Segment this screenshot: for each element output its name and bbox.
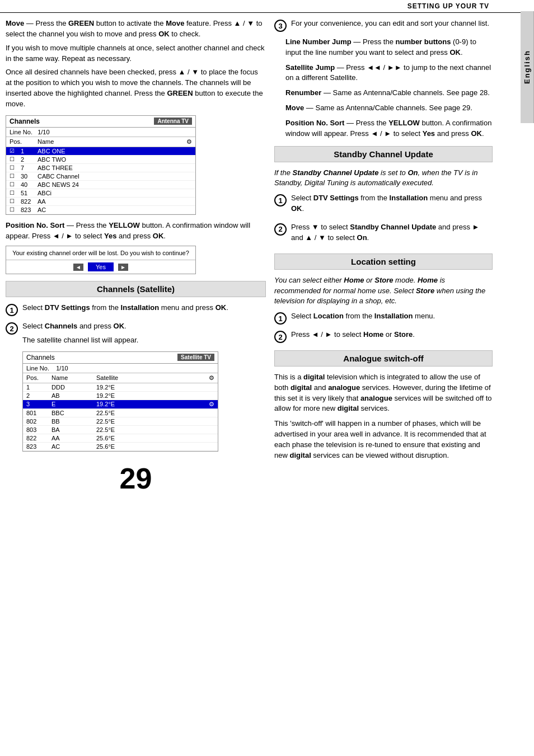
- antenna-table-header: Channels Antenna TV: [6, 116, 195, 128]
- sat-step2-note: The satellite channel list will appear.: [22, 335, 266, 346]
- page-number: 29: [6, 462, 266, 495]
- sat-table-title: Channels: [26, 354, 55, 361]
- feature-line-number-jump: Line Number Jump — Press the number butt…: [285, 37, 493, 58]
- antenna-row-8: ☐ 823 AC: [6, 206, 195, 214]
- antenna-row-2: ☐ 2 ABC TWO: [6, 156, 195, 164]
- sat-lineno-value: 1/10: [56, 365, 68, 372]
- location-step1-row: 1 Select Location from the Installation …: [274, 311, 493, 325]
- standby-step2-row: 2 Press ▼ to select Standby Channel Upda…: [274, 222, 493, 247]
- standby-step2-circle: 2: [274, 223, 287, 236]
- sat-step1-content: Select DTV Settings from the Installatio…: [22, 303, 266, 317]
- standby-channel-update-note: If the Standby Channel Update is set to …: [274, 168, 493, 189]
- dialog-left-arrow[interactable]: ◄: [73, 264, 83, 271]
- antenna-row-1: ☑ 1 ABC ONE: [6, 147, 195, 156]
- antenna-tv-indicator: Antenna TV: [154, 118, 192, 125]
- feature-satellite-jump: Satellite Jump — Press ◄◄ / ►► to jump t…: [285, 63, 493, 84]
- feature-renumber: Renumber — Same as Antenna/Cable channel…: [285, 88, 493, 98]
- left-column: Move — Press the GREEN button to activat…: [6, 18, 274, 495]
- move-para3: Once all desired channels have been chec…: [6, 67, 266, 109]
- sat-row-6: 803 BA 22.5°E: [23, 426, 218, 434]
- sat-subheader: Line No. 1/10: [23, 364, 218, 373]
- sat-table-header: Channels Satellite TV: [23, 352, 218, 364]
- right-step3-text: For your convenience, you can edit and s…: [291, 18, 493, 29]
- dialog-yes-button[interactable]: Yes: [88, 262, 114, 271]
- location-step2-circle: 2: [274, 331, 287, 343]
- antenna-channel-table: Channels Antenna TV Line No. 1/10 Pos. N…: [6, 115, 196, 215]
- sat-lineno-label: Line No.: [26, 365, 54, 372]
- sat-step2-content: Select Channels and press OK. The satell…: [22, 321, 266, 457]
- top-bar-title: SETTING UP YOUR TV: [407, 2, 489, 10]
- location-step2-text: Press ◄ / ► to select Home or Store.: [291, 330, 493, 340]
- standby-step1-content: Select DTV Settings from the Installatio…: [291, 193, 493, 218]
- right-step3-content: For your convenience, you can edit and s…: [291, 18, 493, 32]
- sat-row-4: 801 BBC 22.5°E: [23, 409, 218, 417]
- right-column: 3 For your convenience, you can edit and…: [274, 18, 521, 495]
- feature-move: Move — Same as Antenna/Cable channels. S…: [285, 103, 493, 114]
- location-step2-content: Press ◄ / ► to select Home or Store.: [291, 330, 493, 344]
- antenna-subheader: Line No. 1/10: [6, 128, 195, 137]
- move-para1: Move — Press the GREEN button to activat…: [6, 18, 266, 40]
- standby-step2-text: Press ▼ to select Standby Channel Update…: [291, 222, 493, 243]
- standby-step1-text: Select DTV Settings from the Installatio…: [291, 193, 493, 214]
- standby-channel-update-header: Standby Channel Update: [274, 146, 493, 162]
- name-header: Name: [38, 138, 175, 145]
- sat-row-2: 2 AB 19.2°E: [23, 392, 218, 400]
- sat-row-3: 3 E 19.2°E ⚙: [23, 400, 218, 409]
- move-para2: If you wish to move multiple channels at…: [6, 43, 266, 64]
- sat-row-7: 822 AA 25.6°E: [23, 434, 218, 443]
- sat-icon-header: ⚙: [198, 374, 214, 382]
- antenna-row-3: ☐ 7 ABC THREE: [6, 164, 195, 172]
- sat-step2-row: 2 Select Channels and press OK. The sate…: [6, 321, 266, 457]
- right-step3-row: 3 For your convenience, you can edit and…: [274, 18, 493, 32]
- dialog-text: Your existing channel order will be lost…: [6, 246, 195, 260]
- page-content: Move — Press the GREEN button to activat…: [0, 13, 534, 501]
- dialog-right-arrow[interactable]: ►: [118, 264, 128, 271]
- location-setting-header: Location setting: [274, 253, 493, 270]
- antenna-row-6: ☐ 51 ABCi: [6, 189, 195, 198]
- antenna-row-5: ☐ 40 ABC NEWS 24: [6, 181, 195, 189]
- sat-step1-row: 1 Select DTV Settings from the Installat…: [6, 303, 266, 317]
- location-step2-row: 2 Press ◄ / ► to select Home or Store.: [274, 330, 493, 344]
- lineno-label: Line No.: [10, 129, 38, 135]
- analogue-switchoff-header: Analogue switch-off: [274, 350, 493, 367]
- channels-satellite-section-header: Channels (Satellite): [6, 281, 266, 297]
- icon-header: ⚙: [175, 138, 192, 145]
- confirm-dialog: Your existing channel order will be lost…: [6, 246, 196, 274]
- sat-row-1: 1 DDD 19.2°E: [23, 383, 218, 392]
- sat-step1-text: Select DTV Settings from the Installatio…: [22, 303, 266, 313]
- location-setting-note: You can select either Home or Store mode…: [274, 275, 493, 307]
- analogue-switchoff-p2: This 'switch-off' will happen in a numbe…: [274, 419, 493, 461]
- sat-step1-circle: 1: [6, 304, 18, 316]
- sat-tv-indicator: Satellite TV: [177, 354, 214, 361]
- position-sort-text: Position No. Sort — Press the YELLOW but…: [6, 220, 266, 242]
- sat-row-8: 823 AC 25.6°E: [23, 443, 218, 451]
- lineno-value: 1/10: [38, 129, 49, 135]
- sat-col-headers: Pos. Name Satellite ⚙: [23, 373, 218, 383]
- dialog-buttons: ◄ Yes ►: [6, 260, 195, 274]
- sat-sat-header: Satellite: [96, 374, 198, 382]
- antenna-table-title: Channels: [10, 118, 40, 125]
- satellite-channel-table: Channels Satellite TV Line No. 1/10 Pos.…: [22, 351, 218, 452]
- location-step1-content: Select Location from the Installation me…: [291, 311, 493, 325]
- sat-name-header: Name: [51, 374, 96, 382]
- location-step1-text: Select Location from the Installation me…: [291, 311, 493, 322]
- sat-step2-text: Select Channels and press OK.: [22, 321, 266, 332]
- pos-header: Pos.: [10, 138, 38, 145]
- antenna-row-7: ☐ 822 AA: [6, 198, 195, 206]
- sat-step2-circle: 2: [6, 322, 18, 335]
- sat-row-5: 802 BB 22.5°E: [23, 417, 218, 426]
- location-step1-circle: 1: [274, 312, 287, 325]
- standby-step2-content: Press ▼ to select Standby Channel Update…: [291, 222, 493, 247]
- feature-position-sort: Position No. Sort — Press the YELLOW but…: [285, 118, 493, 139]
- sat-pos-header: Pos.: [26, 374, 51, 382]
- right-step3-circle: 3: [274, 20, 287, 32]
- antenna-row-4: ☐ 30 CABC Channel: [6, 172, 195, 181]
- top-bar: SETTING UP YOUR TV: [0, 0, 534, 13]
- standby-step1-circle: 1: [274, 194, 287, 206]
- antenna-col-headers: Pos. Name ⚙: [6, 137, 195, 147]
- standby-step1-row: 1 Select DTV Settings from the Installat…: [274, 193, 493, 218]
- analogue-switchoff-p1: This is a digital television which is in…: [274, 372, 493, 414]
- english-tab: English: [521, 11, 534, 123]
